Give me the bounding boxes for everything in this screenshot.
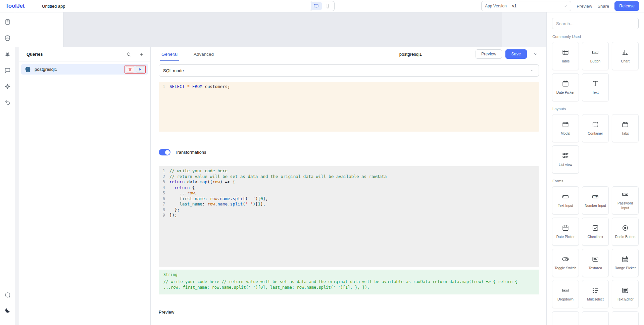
component-card-number-input[interactable]: 12Number Input [582,186,609,215]
tab-advanced[interactable]: Advanced [192,47,215,61]
app-canvas[interactable] [15,12,546,47]
component-card-container[interactable]: Container [582,114,609,142]
run-query-button[interactable] [136,66,144,73]
inspector-icon[interactable] [2,65,13,76]
component-card-table[interactable]: Table [552,42,579,70]
transformation-code-editor[interactable]: 1// write your code here2// return value… [159,166,539,267]
tab-general[interactable]: General [160,47,179,61]
left-rail [0,12,15,325]
component-card-partial[interactable] [582,311,609,325]
datasources-icon[interactable] [2,33,13,43]
component-card-toggle-switch[interactable]: Toggle Switch [552,249,579,277]
components-grid: ModalContainerTabsList view [552,114,639,174]
component-card-list-view[interactable]: List view [552,145,579,174]
app-version-select[interactable]: App Version v1 [481,1,571,11]
code-line: 1SELECT * FROM customers; [159,84,539,90]
app-version-value: v1 [512,4,516,8]
result-type-label: String [163,272,534,277]
preview-link[interactable]: Preview [577,4,592,9]
component-card-date-picker[interactable]: Date Picker [552,218,579,246]
checkbox-icon [592,224,599,232]
topbar-actions: App Version v1 Preview Share Release [481,1,639,11]
code-line: 4 return { [159,185,539,191]
query-editor-pane: General Advanced postgresql1 Preview Sav… [151,47,546,325]
app-title[interactable]: Untitled app [42,4,65,9]
query-save-button[interactable]: Save [505,49,527,59]
code-line: 6 first_name: row.name.split(' ')[0], [159,196,539,202]
desktop-icon [313,3,319,9]
canvas-right-margin [502,12,546,47]
global-icon[interactable] [2,97,13,108]
component-card-date-picker[interactable]: Date Picker [552,73,579,101]
component-card-label: List view [559,162,572,167]
component-card-text[interactable]: Text [582,73,609,101]
component-card-label: Date Picker [556,90,575,95]
components-grid: Text Input12Number InputPassword InputDa… [552,186,639,325]
dark-mode-icon[interactable] [2,305,13,316]
desktop-view-button[interactable] [311,2,322,10]
query-panel-gutter [15,47,19,325]
radio-icon [622,224,629,232]
debugger-icon[interactable] [2,49,13,59]
component-card-label: Radio Button [615,235,636,239]
query-preview-button[interactable]: Preview [476,49,502,59]
component-card-label: Text Input [558,203,573,208]
component-card-label: Text Editor [617,297,634,302]
component-card-chart[interactable]: Chart [612,42,639,70]
transformations-toggle[interactable] [159,149,170,155]
component-card-partial[interactable] [552,311,579,325]
pages-icon[interactable] [2,16,13,27]
component-card-label: Dropdown [557,297,574,302]
sql-mode-select[interactable]: SQL mode [159,64,539,77]
component-card-text-editor[interactable]: Text Editor [612,280,639,308]
add-query-icon[interactable] [139,52,144,57]
code-line: 7 last_name: row.name.split(' ')[1], [159,201,539,207]
release-button[interactable]: Release [614,1,639,11]
transformations-label: Transformations [175,150,206,155]
table-icon [562,49,569,56]
transformations-row: Transformations [159,149,539,155]
textarea-icon [592,256,599,263]
line-number: 4 [159,185,169,191]
component-card-text-input[interactable]: Text Input [552,186,579,215]
line-number: 9 [159,213,169,218]
search-icon[interactable] [126,52,132,57]
component-card-label: Chart [621,59,630,64]
share-button[interactable]: Share [597,4,609,9]
component-card-dropdown[interactable]: Dropdown [552,280,579,308]
texteditor-icon [622,287,629,294]
components-section-title: Layouts [552,107,639,111]
component-card-label: Modal [561,131,571,136]
components-search-input[interactable] [556,21,635,26]
component-card-textarea[interactable]: Textarea [582,249,609,277]
calendar-icon [562,224,569,232]
component-card-range-picker[interactable]: Range Picker [612,249,639,277]
component-card-checkbox[interactable]: Checkbox [582,218,609,246]
query-name-label[interactable]: postgresql1 [399,52,422,57]
settings-icon[interactable] [2,81,13,92]
query-list-item[interactable]: postgresql1 [21,64,148,75]
tooljet-logo: ToolJet [5,3,24,9]
preview-section-header[interactable]: Preview [159,306,539,318]
sql-mode-value: SQL mode [163,68,184,73]
svg-text:12: 12 [594,196,596,198]
component-card-label: Button [590,59,600,64]
component-card-multiselect[interactable]: Multiselect [582,280,609,308]
mobile-view-button[interactable] [323,2,334,10]
components-section-title: Forms [552,179,639,183]
component-card-button[interactable]: OKButton [582,42,609,70]
collapse-panel-icon[interactable] [533,51,538,57]
text-icon [592,80,599,87]
component-sections: Commonly UsedTableOKButtonChartDate Pick… [552,35,639,325]
component-card-partial[interactable] [612,311,639,325]
help-icon[interactable] [2,289,13,300]
chart-icon [622,49,629,56]
delete-query-button[interactable] [126,66,134,73]
component-card-radio-button[interactable]: Radio Button [612,218,639,246]
components-panel: Commonly UsedTableOKButtonChartDate Pick… [546,12,644,325]
sql-code-editor[interactable]: 1SELECT * FROM customers; [159,82,539,132]
component-card-tabs[interactable]: Tabs [612,114,639,142]
component-card-password-input[interactable]: Password Input [612,186,639,215]
component-card-label: Table [561,59,569,64]
component-card-modal[interactable]: Modal [552,114,579,142]
